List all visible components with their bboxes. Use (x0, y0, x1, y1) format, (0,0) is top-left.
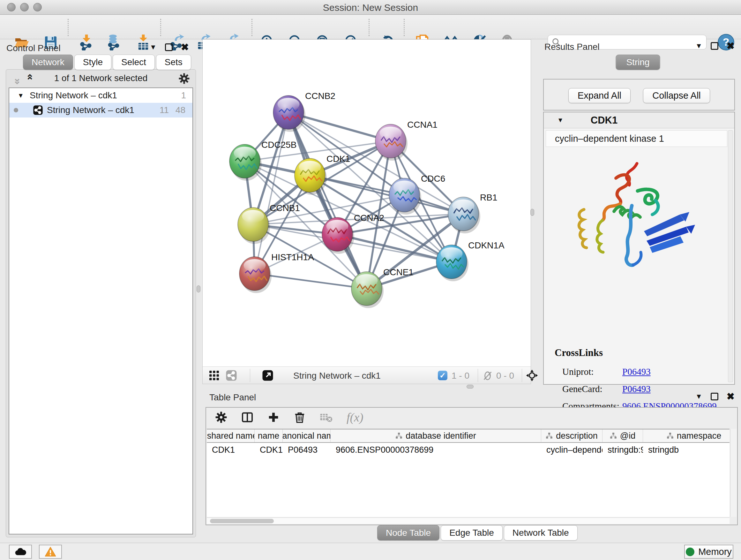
tab-network-table[interactable]: Network Table (504, 525, 578, 541)
column-header-database-identifier[interactable]: database identifier (331, 429, 541, 442)
crosslink-label: Uniprot: (562, 367, 622, 377)
delete-table-icon[interactable] (320, 412, 333, 423)
toolbar-separator (252, 19, 253, 36)
column-header-canonical-name[interactable]: canonical name (283, 429, 331, 442)
scrollbar-thumb[interactable] (210, 519, 274, 523)
delete-column-icon[interactable] (293, 411, 306, 423)
table-row[interactable]: CDK1CDK1P064939606.ENSP00000378699cyclin… (207, 443, 730, 457)
crosslinks-heading: CrossLinks (555, 347, 717, 359)
table-cell[interactable]: CDK1 (207, 443, 255, 457)
table-cell[interactable]: stringdb (643, 443, 730, 457)
network-view-panel: CCNB2CCNA1CDC25BCDK1CDC6RB1CCNB1CCNA2CDK… (202, 39, 531, 384)
table-cell[interactable]: stringdb:9... (603, 443, 643, 457)
table-cell[interactable]: P06493 (283, 443, 331, 457)
horizontal-divider-handle[interactable] (467, 385, 474, 388)
panel-menu-icon[interactable]: ▼ (695, 42, 702, 50)
open-view-icon[interactable] (262, 370, 273, 381)
node-label: CCNE1 (383, 267, 414, 277)
network-collection-row[interactable]: ▼ String Network – cdk1 1 (9, 88, 192, 103)
panel-float-icon[interactable] (711, 393, 718, 400)
right-divider-handle[interactable] (530, 209, 534, 216)
network-row[interactable]: String Network – cdk1 11 48 (9, 103, 192, 118)
column-network-icon (667, 432, 674, 439)
results-scrollbar[interactable] (728, 130, 733, 382)
collection-expand-icon[interactable]: ▼ (17, 92, 24, 99)
tab-sets[interactable]: Sets (156, 55, 191, 70)
tab-style[interactable]: Style (74, 55, 111, 70)
toolbar-separator (478, 369, 478, 382)
hidden-eye-icon (482, 371, 493, 381)
table-container: f(x) shared namenamecanonical namedataba… (205, 407, 738, 525)
column-header-namespace[interactable]: namespace (643, 429, 730, 442)
table-cell[interactable]: 9606.ENSP00000378699 (331, 443, 541, 457)
add-column-icon[interactable] (267, 411, 280, 423)
table-header-row: shared namenamecanonical namedatabase id… (207, 429, 730, 443)
network-edges (245, 112, 463, 289)
control-panel: Control Panel ▼ ✖ Network Style Select S… (3, 41, 199, 539)
selected-count-badge: 1 - 0 (452, 371, 469, 381)
toolbar-separator (368, 19, 369, 36)
panel-close-icon[interactable]: ✖ (727, 393, 735, 400)
entry-collapse-icon[interactable]: ▼ (557, 117, 563, 124)
column-header--id[interactable]: @id (603, 429, 643, 442)
node-label: CCNA2 (354, 213, 384, 223)
table-tabs: Node Table Edge Table Network Table (376, 525, 578, 541)
toolbar-separator (250, 369, 250, 382)
network-node-ccne1[interactable] (351, 272, 384, 308)
panel-close-icon[interactable]: ✖ (727, 42, 735, 50)
panel-close-icon[interactable]: ✖ (181, 44, 189, 51)
panel-menu-icon[interactable]: ▼ (695, 392, 702, 401)
tab-node-table[interactable]: Node Table (377, 525, 440, 541)
table-cell[interactable]: CDK1 (255, 443, 283, 457)
table-cell[interactable]: cyclin–dependent ... (541, 443, 603, 457)
column-header-name[interactable]: name (255, 429, 283, 442)
expand-all-button[interactable]: Expand All (568, 88, 630, 103)
collapse-all-button[interactable]: Collapse All (643, 88, 710, 103)
column-header-description[interactable]: description (541, 429, 603, 442)
network-type-icon (33, 105, 43, 115)
warning-status-button[interactable] (39, 545, 62, 559)
node-label: CDC25B (261, 140, 296, 150)
network-share-icon[interactable] (226, 370, 237, 381)
panel-float-icon[interactable] (165, 44, 173, 51)
network-node-cdkn1a[interactable] (436, 245, 468, 281)
tab-edge-table[interactable]: Edge Table (441, 525, 502, 541)
network-options-gear-icon[interactable] (179, 73, 190, 84)
panel-menu-icon[interactable]: ▼ (150, 43, 157, 51)
network-canvas[interactable]: CCNB2CCNA1CDC25BCDK1CDC6RB1CCNB1CCNA2CDK… (203, 40, 531, 367)
collection-name: String Network – cdk1 (30, 90, 117, 101)
crosslink-link[interactable]: P06493 (622, 367, 651, 377)
network-view-title: String Network – cdk1 (293, 371, 381, 381)
main-toolbar: ? (0, 15, 741, 39)
network-node-ccna1[interactable] (375, 124, 408, 161)
network-node-ccna2[interactable] (322, 217, 354, 254)
selected-nodes-checkbox[interactable]: ✓ (438, 371, 448, 380)
table-settings-gear-icon[interactable] (215, 411, 227, 423)
gene-entry-header[interactable]: ▼ CDK1 (544, 112, 734, 128)
tab-network[interactable]: Network (23, 55, 73, 70)
left-divider-handle[interactable] (197, 286, 200, 293)
window-title: Session: New Session (0, 2, 741, 13)
network-node-rb1[interactable] (448, 197, 480, 233)
tab-string[interactable]: String (614, 55, 660, 70)
results-panel: Results Panel ▼ ✖ String Expand All Coll… (534, 39, 741, 388)
network-state-dot-icon (14, 108, 18, 112)
panel-float-icon[interactable] (711, 42, 718, 50)
cloud-status-button[interactable] (9, 545, 32, 559)
control-panel-tabs: Network Style Select Sets (22, 55, 191, 70)
grid-view-icon[interactable] (208, 370, 220, 381)
table-horizontal-scrollbar[interactable] (207, 517, 730, 524)
column-header-shared-name[interactable]: shared name (207, 429, 255, 442)
tab-select[interactable]: Select (113, 55, 155, 70)
network-node-cdk1[interactable] (294, 159, 327, 195)
table-vertical-scrollbar[interactable] (730, 429, 737, 517)
toolbar-separator (160, 19, 161, 36)
network-node-hist1h1a[interactable] (239, 257, 272, 293)
show-columns-icon[interactable] (241, 411, 253, 423)
memory-button[interactable]: Memory (684, 545, 733, 559)
memory-status-dot (686, 548, 694, 556)
function-builder-icon[interactable]: f(x) (347, 410, 363, 424)
network-node-cdc25b[interactable] (229, 144, 262, 181)
network-node-ccnb2[interactable] (273, 96, 306, 132)
node-table: shared namenamecanonical namedatabase id… (207, 429, 730, 517)
